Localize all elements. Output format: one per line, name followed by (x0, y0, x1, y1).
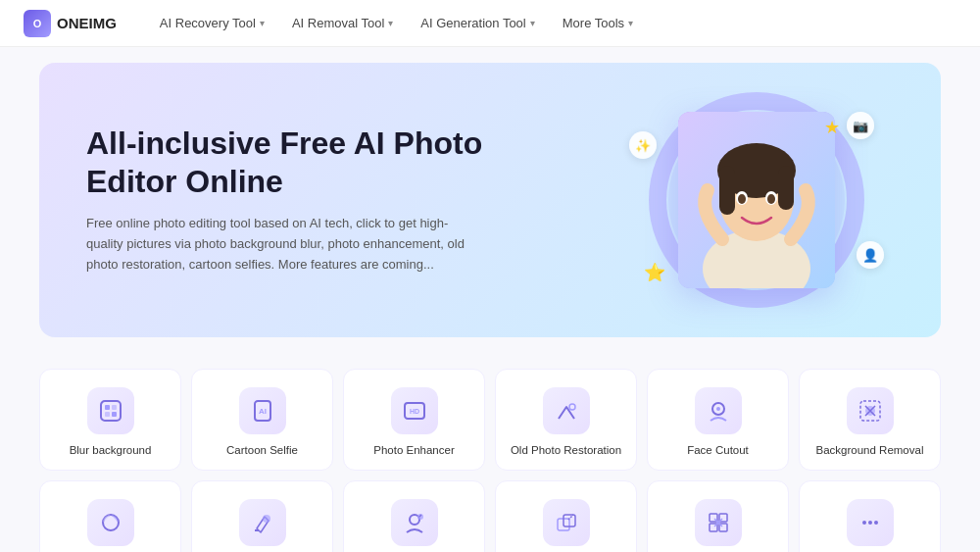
svg-rect-12 (105, 405, 110, 410)
hero-text: All-inclusive Free AI Photo Editor Onlin… (86, 125, 537, 275)
blur-bg-label: Blur background (70, 444, 152, 456)
tool-tools[interactable]: Tools (799, 480, 941, 552)
photo-retoucher-icon (239, 499, 286, 546)
svg-point-22 (716, 407, 720, 411)
compress-image-icon (695, 499, 742, 546)
svg-point-39 (862, 521, 866, 525)
hero-image: 📷 👤 ✨ ★ ⭐ (619, 102, 894, 298)
hero-person-svg (678, 112, 835, 288)
blur-bg-icon (87, 387, 134, 434)
hero-section: All-inclusive Free AI Photo Editor Onlin… (39, 63, 941, 337)
svg-point-20 (569, 404, 575, 410)
tool-photo-enhancer[interactable]: HD Photo Enhancer (343, 369, 485, 471)
svg-rect-5 (719, 166, 735, 215)
face-cutout-label: Face Cutout (687, 444, 749, 456)
tool-blur-background[interactable]: Blur background (39, 369, 181, 471)
logo[interactable]: O ONEIMG (24, 10, 117, 37)
nav-item-ai-generation[interactable]: AI Generation Tool ▾ (420, 16, 534, 30)
tool-passport-photo[interactable]: Passport Photo Maker (343, 480, 485, 552)
bg-removal-icon (847, 387, 894, 434)
svg-point-9 (738, 194, 746, 204)
svg-text:AI: AI (259, 407, 267, 416)
float-icon-person: 👤 (857, 241, 884, 269)
svg-rect-15 (112, 412, 117, 417)
cartoon-selfie-label: Cartoon Selfie (226, 444, 298, 456)
logo-icon: O (24, 10, 51, 37)
tool-cartoon-selfie[interactable]: AI Cartoon Selfie (191, 369, 333, 471)
hero-photo-frame (678, 112, 835, 288)
photo-enhancer-label: Photo Enhancer (373, 444, 454, 456)
svg-point-26 (263, 515, 270, 523)
tool-compress-image[interactable]: Compress Image (647, 480, 789, 552)
tool-upscale-image[interactable]: Upscale Image (495, 480, 637, 552)
tool-color-correction[interactable]: Color Correction (39, 480, 181, 552)
logo-text: ONEIMG (57, 15, 117, 31)
photo-enhancer-icon: HD (391, 387, 438, 434)
tool-face-cutout[interactable]: Face Cutout (647, 369, 789, 471)
nav-item-ai-removal[interactable]: AI Removal Tool ▾ (292, 16, 393, 30)
nav: AI Recovery Tool ▾ AI Removal Tool ▾ AI … (160, 16, 633, 30)
chevron-down-icon: ▾ (260, 18, 265, 28)
tools-icon (847, 499, 894, 546)
tools-section: Blur background AI Cartoon Selfie HD Pho… (0, 353, 980, 552)
chevron-down-icon: ▾ (628, 18, 633, 28)
svg-point-10 (767, 194, 775, 204)
chevron-down-icon: ▾ (388, 18, 393, 28)
svg-point-40 (868, 521, 872, 525)
old-photo-icon (543, 387, 590, 434)
old-photo-label: Old Photo Restoration (511, 444, 621, 456)
float-icon-camera: 📷 (847, 112, 874, 139)
svg-point-41 (874, 521, 878, 525)
svg-rect-13 (112, 405, 117, 410)
face-cutout-icon (695, 387, 742, 434)
bg-removal-label: Background Removal (816, 444, 924, 456)
star-decoration-2: ⭐ (644, 262, 665, 283)
tools-row-1: Blur background AI Cartoon Selfie HD Pho… (39, 369, 941, 471)
passport-photo-icon (391, 499, 438, 546)
chevron-down-icon: ▾ (530, 18, 535, 28)
svg-text:HD: HD (409, 408, 418, 415)
svg-rect-6 (778, 166, 794, 210)
svg-rect-14 (105, 412, 110, 417)
nav-item-ai-recovery[interactable]: AI Recovery Tool ▾ (160, 16, 265, 30)
color-correction-icon (87, 499, 134, 546)
svg-rect-11 (101, 401, 121, 421)
hero-description: Free online photo editing tool based on … (86, 214, 478, 275)
tools-row-2: Color Correction Photo Retoucher Passpor… (39, 480, 941, 552)
tool-bg-removal[interactable]: Background Removal (799, 369, 941, 471)
header: O ONEIMG AI Recovery Tool ▾ AI Removal T… (0, 0, 980, 47)
tool-old-photo[interactable]: Old Photo Restoration (495, 369, 637, 471)
upscale-image-icon (543, 499, 590, 546)
hero-title: All-inclusive Free AI Photo Editor Onlin… (86, 125, 537, 200)
star-decoration-1: ★ (824, 117, 840, 138)
nav-item-more-tools[interactable]: More Tools ▾ (563, 16, 633, 30)
float-icon-magic: ✨ (629, 131, 657, 159)
cartoon-selfie-icon: AI (239, 387, 286, 434)
tool-photo-retoucher[interactable]: Photo Retoucher (191, 480, 333, 552)
